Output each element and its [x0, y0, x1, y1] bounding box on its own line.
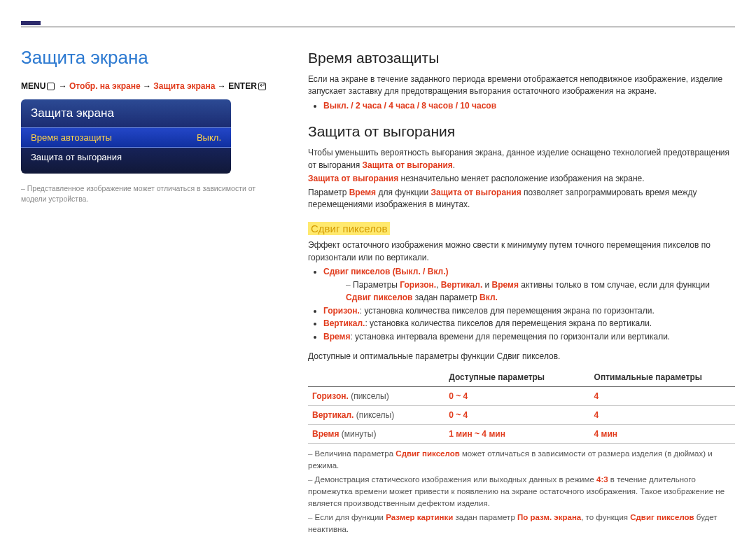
osd-row-burn-protect[interactable]: Защита от выгорания [21, 148, 231, 167]
pixel-horiz: Горизон.: установка количества пикселов … [323, 304, 735, 318]
pixel-shift-heading: Сдвиг пикселов [308, 222, 390, 235]
footnote-3: Если для функции Размер картинки задан п… [308, 512, 735, 534]
osd-title: Защита экрана [21, 99, 231, 127]
image-disclaimer: Представленное изображение может отличат… [21, 183, 280, 204]
burn-protect-p3: Параметр Время для функции Защита от выг… [308, 187, 735, 211]
pixel-vert: Вертикал.: установка количества пикселов… [323, 317, 735, 330]
osd-row-value: Выкл. [197, 132, 221, 143]
table-header-available: Доступные параметры [444, 368, 589, 387]
auto-protect-options: Выкл. / 2 часа / 4 часа / 8 часов / 10 ч… [323, 101, 496, 111]
header-rule [21, 27, 735, 27]
table-row: Вертикал. (пикселы) 0 ~ 4 4 [308, 406, 735, 425]
pixel-shift-note: Параметры Горизон., Вертикал. и Время ак… [346, 279, 735, 304]
burn-protect-p1: Чтобы уменьшить вероятность выгорания эк… [308, 147, 735, 171]
header-accent [21, 21, 41, 25]
table-row: Время (минуты) 1 мин ~ 4 мин 4 мин [308, 425, 735, 444]
osd-row-label: Защита от выгорания [31, 152, 122, 162]
pixel-shift-desc: Эффект остаточного изображения можно све… [308, 239, 735, 264]
page-title: Защита экрана [21, 47, 280, 69]
params-table: Доступные параметры Оптимальные параметр… [308, 368, 735, 444]
osd-panel: Защита экрана Время автозащиты Выкл. Защ… [21, 99, 231, 174]
osd-row-auto-protect[interactable]: Время автозащиты Выкл. [21, 127, 231, 148]
footnote-2: Демонстрация статического изображения ил… [308, 474, 735, 509]
osd-row-label: Время автозащиты [31, 132, 112, 143]
breadcrumb: MENU → Отобр. на экране → Защита экрана … [21, 81, 280, 91]
menu-icon [47, 83, 55, 90]
table-header-empty [308, 368, 444, 387]
pixel-shift-toggle: Сдвиг пикселов (Выкл. / Вкл.) Параметры … [323, 265, 735, 304]
section-auto-protect-title: Время автозащиты [308, 50, 735, 66]
table-row: Горизон. (пикселы) 0 ~ 4 4 [308, 387, 735, 406]
burn-protect-p2: Защита от выгорания незначительно меняет… [308, 173, 735, 185]
pixel-time: Время: установка интервала времени для п… [323, 330, 735, 344]
table-header-optimal: Оптимальные параметры [590, 368, 735, 387]
section-auto-protect-desc: Если на экране в течение заданного перио… [308, 73, 735, 98]
enter-icon [258, 83, 266, 90]
section-burn-protect-title: Защита от выгорания [308, 123, 735, 140]
table-caption: Доступные и оптимальные параметры функци… [308, 351, 735, 363]
footnote-1: Величина параметра Сдвиг пикселов может … [308, 448, 735, 471]
